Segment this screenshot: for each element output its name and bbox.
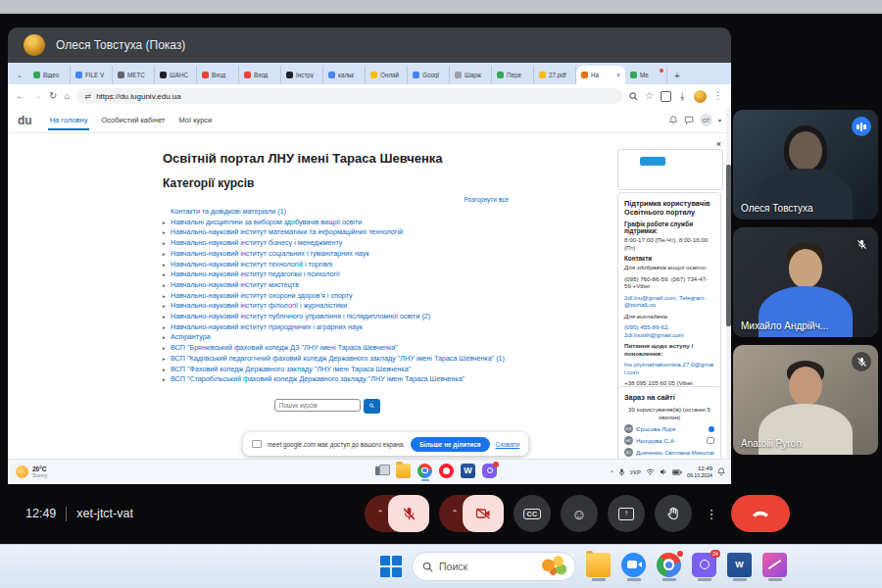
- expand-arrow-icon[interactable]: ▸: [163, 355, 167, 365]
- browser-tab[interactable]: 27.pdf: [534, 66, 576, 84]
- user-name-link[interactable]: Нєгодова С.А.: [636, 437, 704, 444]
- tray-battery-icon[interactable]: [672, 469, 682, 475]
- category-link[interactable]: Аспірантура: [171, 332, 211, 342]
- expand-arrow-icon[interactable]: ▸: [163, 261, 167, 270]
- browser-tab[interactable]: Вход: [239, 66, 281, 84]
- new-tab-button[interactable]: +: [670, 69, 684, 82]
- browser-tab[interactable]: Googl: [408, 66, 450, 84]
- user-menu-caret-icon[interactable]: ▾: [718, 117, 721, 123]
- user-name-link[interactable]: Єросова Лідія: [636, 425, 706, 432]
- taskbar-app-icon[interactable]: [621, 553, 646, 581]
- leave-call-button[interactable]: [731, 495, 790, 532]
- notifications-bell-icon[interactable]: [668, 116, 678, 125]
- participant-tile[interactable]: Михайло Андрійч...: [733, 227, 878, 337]
- tray-language[interactable]: УКР: [630, 469, 641, 475]
- course-search-button[interactable]: [364, 399, 380, 414]
- portal-nav-item[interactable]: На головну: [48, 110, 90, 130]
- host-search-box[interactable]: Поиск: [412, 552, 576, 581]
- category-link[interactable]: Навчально-науковий інститут бізнесу і ме…: [171, 238, 342, 248]
- tray-volume-icon[interactable]: [660, 468, 667, 475]
- browser-tab[interactable]: Шарж: [450, 66, 492, 84]
- category-link[interactable]: Навчальні дисципліни за вибором здобувач…: [171, 218, 362, 227]
- browser-tab[interactable]: МЕТС: [113, 66, 155, 84]
- expand-arrow-icon[interactable]: ▸: [163, 344, 167, 354]
- taskbar-app-icon[interactable]: [417, 464, 432, 481]
- tab-close-icon[interactable]: ×: [616, 72, 620, 78]
- expand-arrow-icon[interactable]: ▸: [163, 375, 167, 385]
- category-link[interactable]: Навчально-науковий інститут математики т…: [171, 227, 403, 237]
- category-link[interactable]: Навчально-науковий інститут соціальних і…: [171, 249, 369, 259]
- browser-tab[interactable]: кальк: [323, 66, 366, 84]
- category-link[interactable]: Навчально-науковий інститут мистецтв: [171, 280, 299, 290]
- taskbar-app-icon[interactable]: [396, 464, 411, 481]
- browser-tab[interactable]: Ме: [625, 66, 667, 84]
- address-bar[interactable]: ⇄ https://du.luguniv.edu.ua: [76, 88, 622, 104]
- category-link[interactable]: ВСП "Брянківський фаховий коледж ДЗ "ЛНУ…: [171, 343, 398, 353]
- expand-arrow-icon[interactable]: ▸: [163, 292, 167, 302]
- start-button[interactable]: [380, 556, 402, 577]
- taskbar-app-icon[interactable]: [439, 464, 454, 481]
- hide-notice-link[interactable]: Сховати: [496, 441, 520, 448]
- reload-icon[interactable]: ↻: [49, 91, 57, 101]
- browser-tab[interactable]: Вход: [197, 66, 239, 84]
- category-link[interactable]: Навчально-науковий інститут природничих …: [171, 322, 363, 332]
- user-name-link[interactable]: Донченко Світлана Миколаївна: [636, 449, 714, 456]
- category-link[interactable]: Навчально-науковий інститут філології і …: [171, 301, 347, 311]
- browser-tab[interactable]: На ×: [576, 66, 625, 84]
- tray-clock[interactable]: 12:49 09.10.2024: [687, 466, 712, 478]
- browser-tab[interactable]: FILE V: [71, 66, 113, 84]
- sidebar-close-icon[interactable]: ×: [716, 139, 721, 149]
- taskbar-app-icon[interactable]: [374, 464, 389, 481]
- browser-menu-icon[interactable]: ⋮: [713, 91, 723, 101]
- sidebar-widget-button[interactable]: [640, 157, 665, 166]
- browser-tab[interactable]: Інстру: [281, 66, 323, 84]
- present-button[interactable]: ↑: [608, 495, 645, 532]
- scrollbar-thumb[interactable]: [726, 165, 731, 326]
- expand-arrow-icon[interactable]: ▸: [163, 302, 167, 312]
- expand-arrow-icon[interactable]: ▸: [163, 250, 167, 260]
- bookmark-star-icon[interactable]: ☆: [645, 91, 654, 101]
- camera-off-button[interactable]: [463, 495, 504, 532]
- tab-search-chevron-icon[interactable]: ⌄: [13, 69, 26, 82]
- taskbar-app-icon[interactable]: [657, 553, 681, 581]
- stop-sharing-button[interactable]: Більше не ділитися: [411, 437, 489, 452]
- portal-nav-item[interactable]: Особистий кабінет: [99, 110, 167, 130]
- category-link[interactable]: ВСП "Фаховий коледж Державного закладу "…: [171, 365, 411, 374]
- zoom-search-icon[interactable]: [629, 92, 638, 101]
- expand-arrow-icon[interactable]: ▸: [163, 281, 167, 291]
- category-link[interactable]: Контакти та довідкові матеріали (1): [171, 207, 286, 217]
- browser-profile-avatar[interactable]: [694, 90, 707, 103]
- portal-user-avatar[interactable]: ОТ: [700, 114, 712, 126]
- reactions-button[interactable]: ☺: [561, 495, 598, 532]
- page-scrollbar[interactable]: [726, 108, 731, 459]
- tray-mic-icon[interactable]: [618, 468, 625, 476]
- messages-icon[interactable]: [684, 116, 694, 125]
- raise-hand-button[interactable]: [655, 495, 692, 532]
- taskbar-app-icon[interactable]: [762, 553, 787, 581]
- user-status-icon[interactable]: [709, 426, 714, 432]
- expand-arrow-icon[interactable]: ▸: [163, 333, 167, 343]
- portal-logo[interactable]: du: [18, 114, 32, 127]
- tray-chevron-icon[interactable]: ^: [611, 469, 613, 475]
- tray-wifi-icon[interactable]: [646, 468, 655, 475]
- browser-tab[interactable]: Пере: [492, 66, 534, 84]
- downloads-icon[interactable]: ⭳: [678, 92, 687, 101]
- browser-tab[interactable]: Онлай: [366, 66, 408, 84]
- expand-all-link[interactable]: Розгорнути все: [163, 196, 509, 203]
- portal-nav-item[interactable]: Мої курси: [177, 110, 215, 130]
- taskbar-app-icon[interactable]: [727, 553, 752, 581]
- user-status-icon[interactable]: [707, 437, 714, 444]
- forward-icon[interactable]: →: [32, 91, 42, 101]
- category-link[interactable]: Навчально-науковий інститут педагогіки і…: [171, 270, 340, 279]
- browser-tab[interactable]: Відео: [28, 66, 71, 84]
- captions-button[interactable]: CC: [514, 495, 551, 532]
- taskbar-app-icon[interactable]: [482, 464, 497, 481]
- tray-notification-bell-icon[interactable]: [717, 467, 725, 476]
- category-link[interactable]: ВСП "Кадіївський педагогічний фаховий ко…: [171, 354, 505, 364]
- taskbar-app-icon[interactable]: [586, 553, 611, 581]
- mic-mute-button[interactable]: [388, 495, 429, 532]
- expand-arrow-icon[interactable]: ▸: [163, 219, 167, 228]
- category-link[interactable]: Навчально-науковий інститут охорони здор…: [171, 291, 353, 301]
- expand-arrow-icon[interactable]: ▸: [163, 313, 167, 322]
- expand-arrow-icon[interactable]: ▸: [163, 228, 167, 238]
